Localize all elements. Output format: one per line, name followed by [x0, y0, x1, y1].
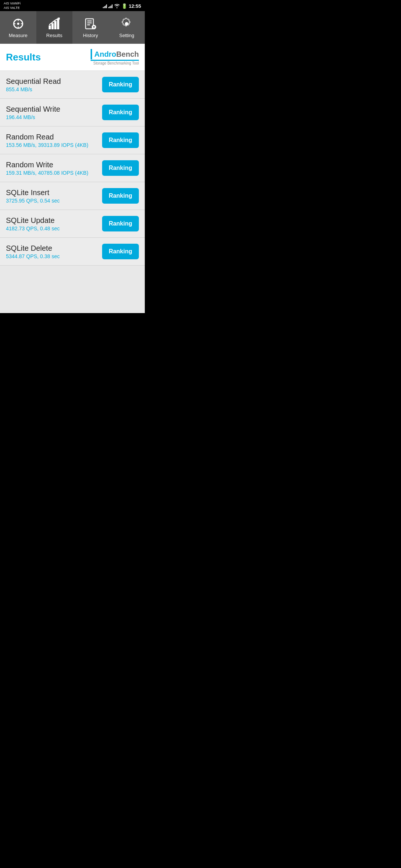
ranking-button-3[interactable]: Ranking	[102, 160, 139, 176]
svg-rect-9	[57, 19, 59, 29]
benchmark-item-2: Random Read 153.56 MB/s, 39313.89 IOPS (…	[0, 126, 145, 154]
bench-name-5: SQLite Update	[6, 216, 102, 225]
ranking-button-2[interactable]: Ranking	[102, 132, 139, 148]
status-right: 🔋 12:55	[103, 3, 141, 9]
svg-rect-7	[52, 23, 54, 29]
tab-results[interactable]: Results	[36, 11, 73, 44]
battery-icon: 🔋	[121, 3, 127, 9]
bench-name-3: Random Write	[6, 161, 102, 169]
setting-icon	[120, 17, 133, 30]
brand-logo: AndroBench Storage Benchmarking Tool	[91, 49, 139, 65]
results-header: Results AndroBench Storage Benchmarking …	[0, 44, 145, 71]
ranking-button-4[interactable]: Ranking	[102, 188, 139, 204]
status-bar: AIS VoWiFi AIS VoLTE 🔋 12:55	[0, 0, 145, 11]
tab-results-label: Results	[46, 33, 62, 38]
tab-setting-label: Setting	[119, 33, 134, 38]
bench-info-3: Random Write 159.31 MB/s, 40785.08 IOPS …	[6, 161, 102, 176]
brand-highlight: Andro	[94, 50, 116, 58]
bench-name-1: Sequential Write	[6, 105, 102, 114]
svg-rect-6	[49, 25, 51, 29]
measure-icon	[12, 17, 25, 30]
benchmark-item-0: Sequential Read 855.4 MB/s Ranking	[0, 71, 145, 99]
results-icon	[48, 17, 61, 30]
bench-value-1: 196.44 MB/s	[6, 114, 102, 120]
svg-rect-8	[54, 21, 56, 29]
svg-point-1	[17, 23, 19, 25]
signal2-icon	[108, 4, 113, 8]
bench-value-2: 153.56 MB/s, 39313.89 IOPS (4KB)	[6, 142, 102, 148]
bench-info-4: SQLite Insert 3725.95 QPS, 0.54 sec	[6, 188, 102, 204]
benchmark-item-6: SQLite Delete 5344.87 QPS, 0.38 sec Rank…	[0, 238, 145, 266]
brand-subtitle: Storage Benchmarking Tool	[93, 61, 139, 65]
tab-measure-label: Measure	[9, 33, 27, 38]
signal-icon	[103, 4, 107, 8]
carrier-info: AIS VoWiFi AIS VoLTE	[4, 1, 21, 10]
ranking-button-0[interactable]: Ranking	[102, 77, 139, 92]
bench-value-3: 159.31 MB/s, 40785.08 IOPS (4KB)	[6, 170, 102, 176]
ranking-button-5[interactable]: Ranking	[102, 216, 139, 231]
ranking-button-1[interactable]: Ranking	[102, 105, 139, 120]
ranking-button-6[interactable]: Ranking	[102, 244, 139, 259]
wifi-icon	[114, 4, 120, 8]
bench-name-2: Random Read	[6, 133, 102, 141]
benchmark-list: Sequential Read 855.4 MB/s Ranking Seque…	[0, 71, 145, 266]
bench-info-5: SQLite Update 4182.73 QPS, 0.48 sec	[6, 216, 102, 231]
bench-value-5: 4182.73 QPS, 0.48 sec	[6, 226, 102, 231]
tab-setting[interactable]: Setting	[109, 11, 145, 44]
bench-value-0: 855.4 MB/s	[6, 86, 102, 92]
bench-info-1: Sequential Write 196.44 MB/s	[6, 105, 102, 120]
time-display: 12:55	[129, 3, 141, 9]
main-content: Results AndroBench Storage Benchmarking …	[0, 44, 145, 313]
results-title: Results	[6, 52, 41, 63]
benchmark-item-3: Random Write 159.31 MB/s, 40785.08 IOPS …	[0, 154, 145, 182]
nav-tabs: Measure Results History	[0, 11, 145, 44]
brand-rest: Bench	[116, 50, 139, 58]
brand-bar-icon	[91, 49, 92, 59]
bench-value-4: 3725.95 QPS, 0.54 sec	[6, 198, 102, 204]
bench-info-2: Random Read 153.56 MB/s, 39313.89 IOPS (…	[6, 133, 102, 148]
tab-history-label: History	[83, 33, 98, 38]
benchmark-item-1: Sequential Write 196.44 MB/s Ranking	[0, 99, 145, 126]
tab-measure[interactable]: Measure	[0, 11, 36, 44]
bench-name-6: SQLite Delete	[6, 244, 102, 253]
benchmark-item-4: SQLite Insert 3725.95 QPS, 0.54 sec Rank…	[0, 182, 145, 210]
history-icon	[84, 17, 97, 30]
bench-name-4: SQLite Insert	[6, 188, 102, 197]
tab-history[interactable]: History	[72, 11, 109, 44]
brand-underline	[91, 60, 139, 61]
bench-info-0: Sequential Read 855.4 MB/s	[6, 77, 102, 92]
bench-name-0: Sequential Read	[6, 77, 102, 86]
bench-info-6: SQLite Delete 5344.87 QPS, 0.38 sec	[6, 244, 102, 259]
benchmark-item-5: SQLite Update 4182.73 QPS, 0.48 sec Rank…	[0, 210, 145, 238]
carrier1-label: AIS VoWiFi	[4, 1, 21, 6]
carrier2-label: AIS VoLTE	[4, 6, 21, 10]
brand-name: AndroBench	[94, 50, 139, 59]
bench-value-6: 5344.87 QPS, 0.38 sec	[6, 253, 102, 259]
